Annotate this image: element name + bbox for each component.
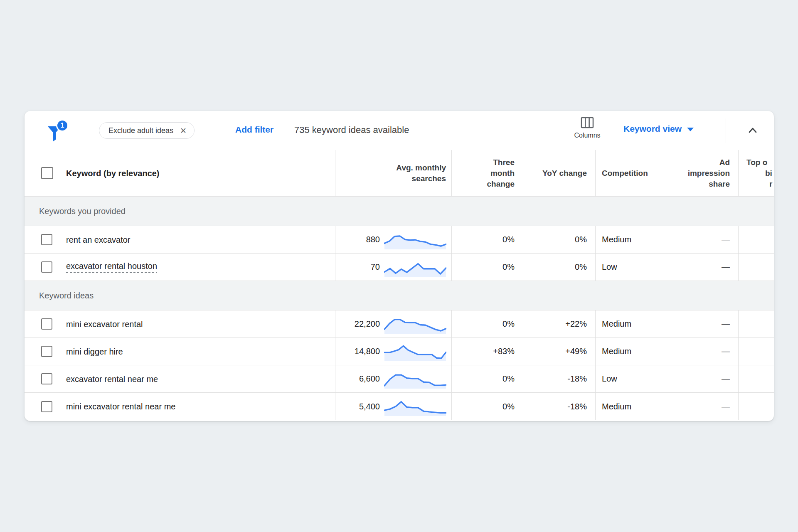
avg-monthly-searches-value: 14,800 — [355, 347, 380, 356]
trend-sparkline — [384, 315, 446, 334]
column-header-keyword[interactable]: Keyword (by relevance) — [25, 150, 335, 196]
column-header-avg-monthly-searches[interactable]: Avg. monthly searches — [335, 150, 451, 196]
competition-value: Low — [595, 365, 666, 392]
competition-value: Medium — [595, 393, 666, 420]
filter-button[interactable]: 1 — [46, 120, 71, 143]
avg-monthly-searches-value: 880 — [366, 235, 380, 244]
section-header-row: Keyword ideas — [25, 281, 774, 310]
filter-chip-exclude-adult-ideas[interactable]: Exclude adult ideas ✕ — [99, 122, 195, 139]
row-checkbox[interactable] — [41, 346, 52, 357]
keyword-text: mini excavator rental — [66, 319, 143, 329]
table-row: mini excavator rental 22,200 0% +22% Med… — [25, 310, 774, 338]
table-body: Keywords you provided rent an excavator … — [25, 197, 774, 420]
collapse-panel-button[interactable] — [745, 123, 761, 138]
trend-sparkline — [384, 230, 446, 249]
keyword-text: mini digger hire — [66, 347, 123, 357]
table-row: excavator rental houston 70 0% 0% Low — — [25, 254, 774, 281]
yoy-change-value: 0% — [523, 254, 595, 281]
top-of-page-bid-label-line: Top o — [746, 157, 772, 168]
keyword-text[interactable]: excavator rental houston — [66, 261, 157, 273]
avg-monthly-searches-value: 22,200 — [355, 319, 380, 329]
row-checkbox[interactable] — [41, 261, 52, 273]
columns-button[interactable]: Columns — [572, 117, 602, 139]
columns-label: Columns — [572, 132, 602, 139]
table-header-row: Keyword (by relevance) Avg. monthly sear… — [25, 150, 774, 197]
keyword-results-panel: 1 Exclude adult ideas ✕ Add filter 735 k… — [25, 111, 774, 421]
avg-monthly-searches-value: 70 — [371, 262, 380, 272]
ad-impression-share-value: — — [666, 393, 738, 420]
three-month-change-value: 0% — [451, 310, 523, 337]
yoy-change-value: +22% — [523, 310, 595, 337]
dropdown-arrow-icon — [687, 128, 694, 131]
top-of-page-bid-label-line: bi — [765, 168, 772, 179]
results-toolbar: 1 Exclude adult ideas ✕ Add filter 735 k… — [25, 111, 774, 150]
column-header-top-of-page-bid[interactable]: Top obir — [738, 150, 774, 196]
top-of-page-bid-clipped-label: Top obir — [739, 157, 772, 190]
row-checkbox[interactable] — [41, 401, 52, 412]
row-checkbox[interactable] — [41, 234, 52, 245]
column-header-ad-impression-share[interactable]: Ad impression share — [666, 150, 738, 196]
three-month-change-value: 0% — [451, 254, 523, 281]
keyword-text: rent an excavator — [66, 235, 131, 245]
section-label: Keywords you provided — [39, 207, 126, 216]
competition-value: Medium — [595, 338, 666, 365]
yoy-change-value: -18% — [523, 393, 595, 420]
top-of-page-bid-label-line: r — [769, 179, 772, 190]
competition-value: Low — [595, 254, 666, 281]
columns-icon — [581, 117, 594, 128]
section-header-row: Keywords you provided — [25, 197, 774, 226]
ad-impression-share-value: — — [666, 338, 738, 365]
results-count-text: 735 keyword ideas available — [294, 125, 409, 135]
trend-sparkline — [384, 397, 446, 416]
top-of-page-bid-cell — [738, 365, 774, 392]
competition-value: Medium — [595, 226, 666, 253]
section-label: Keyword ideas — [39, 291, 94, 300]
trend-sparkline — [384, 258, 446, 277]
ad-impression-share-value: — — [666, 226, 738, 253]
column-header-yoy-change[interactable]: YoY change — [523, 150, 595, 196]
yoy-change-value: +49% — [523, 338, 595, 365]
chevron-up-icon — [747, 125, 759, 136]
keyword-text: excavator rental near me — [66, 374, 158, 384]
add-filter-button[interactable]: Add filter — [235, 125, 273, 135]
ad-impression-share-value: — — [666, 310, 738, 337]
keyword-view-dropdown[interactable]: Keyword view — [623, 124, 694, 134]
table-row: mini excavator rental near me 5,400 0% -… — [25, 393, 774, 420]
yoy-change-value: 0% — [523, 226, 595, 253]
row-checkbox[interactable] — [41, 373, 52, 384]
keyword-view-label: Keyword view — [623, 124, 682, 134]
trend-sparkline — [384, 369, 446, 389]
top-of-page-bid-cell — [738, 226, 774, 253]
top-of-page-bid-cell — [738, 393, 774, 420]
table-row: excavator rental near me 6,600 0% -18% L… — [25, 365, 774, 393]
keyword-column-label: Keyword (by relevance) — [66, 168, 160, 179]
three-month-change-value: 0% — [451, 393, 523, 420]
yoy-change-value: -18% — [523, 365, 595, 392]
trend-sparkline — [384, 342, 446, 361]
top-of-page-bid-cell — [738, 254, 774, 281]
column-header-three-month-change[interactable]: Three month change — [451, 150, 523, 196]
competition-value: Medium — [595, 310, 666, 337]
filter-count-badge: 1 — [56, 119, 69, 132]
three-month-change-value: 0% — [451, 226, 523, 253]
row-checkbox[interactable] — [41, 318, 52, 330]
avg-monthly-searches-value: 5,400 — [359, 402, 380, 411]
top-of-page-bid-cell — [738, 310, 774, 337]
ad-impression-share-value: — — [666, 365, 738, 392]
ad-impression-share-value: — — [666, 254, 738, 281]
table-row: rent an excavator 880 0% 0% Medium — — [25, 226, 774, 254]
column-header-competition[interactable]: Competition — [595, 150, 666, 196]
three-month-change-value: 0% — [451, 365, 523, 392]
three-month-change-value: +83% — [451, 338, 523, 365]
keyword-text: mini excavator rental near me — [66, 401, 175, 411]
top-of-page-bid-cell — [738, 338, 774, 365]
remove-filter-icon[interactable]: ✕ — [180, 127, 187, 135]
select-all-checkbox[interactable] — [41, 167, 53, 179]
toolbar-divider — [726, 118, 726, 143]
filter-chip-label: Exclude adult ideas — [108, 126, 173, 135]
table-row: mini digger hire 14,800 +83% +49% Medium… — [25, 338, 774, 365]
avg-monthly-searches-value: 6,600 — [359, 374, 380, 384]
